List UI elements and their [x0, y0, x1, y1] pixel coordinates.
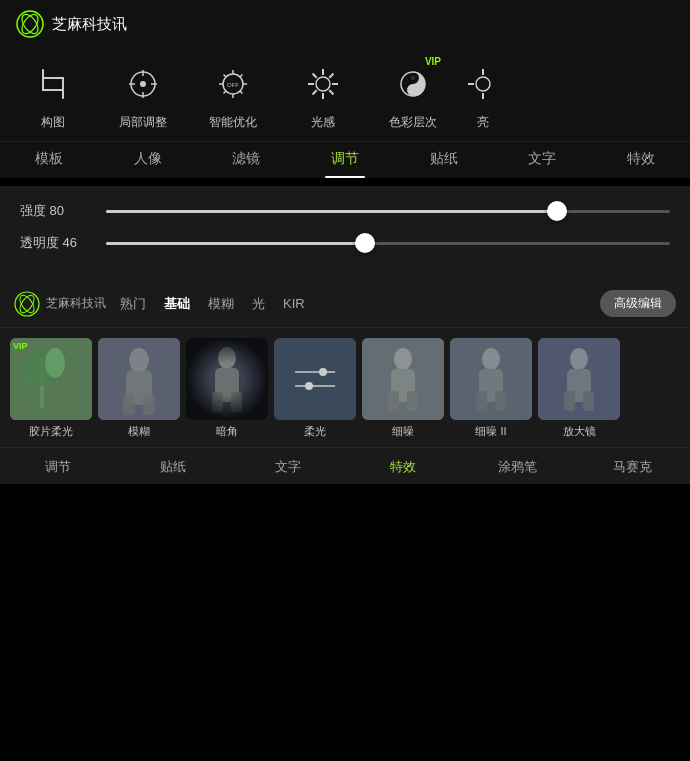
effect-noise2[interactable]: 细噪 II [450, 338, 532, 439]
bottom-nav-sticker[interactable]: 贴纸 [115, 458, 230, 476]
bottom-nav-text[interactable]: 文字 [230, 458, 345, 476]
effect-vignette[interactable]: 暗角 [186, 338, 268, 439]
svg-line-31 [313, 90, 317, 94]
effect-film[interactable]: VIP 胶片柔光 [10, 338, 92, 439]
svg-line-30 [329, 74, 333, 78]
section-divider [0, 178, 690, 186]
filter-tab-blur[interactable]: 模糊 [208, 295, 234, 313]
tools-row: 构图 局部调整 [0, 48, 690, 141]
bottom-panel: 强度 80 透明度 46 芝麻科技讯 熟门 [0, 186, 690, 484]
svg-rect-3 [42, 69, 44, 91]
svg-point-2 [19, 12, 41, 37]
cat-effect[interactable]: 特效 [591, 150, 690, 178]
svg-point-49 [129, 348, 149, 372]
effect-noise[interactable]: 细噪 [362, 338, 444, 439]
svg-point-75 [570, 348, 588, 370]
svg-point-40 [17, 292, 37, 314]
filter-tabs: 熟门 基础 模糊 光 KIR 高级编辑 [120, 290, 676, 317]
cat-text[interactable]: 文字 [493, 150, 592, 178]
bottom-nav-adjust[interactable]: 调节 [0, 458, 115, 476]
category-nav: 模板 人像 滤镜 调节 贴纸 文字 特效 [0, 141, 690, 178]
watermark-tabs-row: 芝麻科技讯 熟门 基础 模糊 光 KIR 高级编辑 [0, 280, 690, 328]
magnify-person [538, 338, 620, 420]
effect-noise-thumb [362, 338, 444, 420]
cat-adjust[interactable]: 调节 [296, 150, 395, 178]
filter-tab-kir[interactable]: KIR [283, 296, 305, 311]
svg-rect-73 [495, 391, 506, 411]
svg-line-29 [329, 90, 333, 94]
tool-light-label: 光感 [311, 114, 335, 131]
bottom-nav-effect[interactable]: 特效 [345, 458, 460, 476]
watermark-logo-icon [14, 291, 40, 317]
opacity-track[interactable] [106, 242, 670, 245]
effect-noise2-label: 细噪 II [475, 424, 506, 439]
cat-filter[interactable]: 滤镜 [197, 150, 296, 178]
opacity-fill [106, 242, 365, 245]
strength-track[interactable] [106, 210, 670, 213]
color-icon: VIP [389, 60, 437, 108]
bottom-nav-mosaic[interactable]: 马赛克 [575, 458, 690, 476]
svg-point-39 [15, 292, 39, 316]
effect-blur-label: 模糊 [128, 424, 150, 439]
filter-tab-hot[interactable]: 熟门 [120, 295, 146, 313]
tool-crop-label: 构图 [41, 114, 65, 131]
effect-vignette-thumb [186, 338, 268, 420]
bright-icon [459, 60, 507, 108]
svg-point-47 [20, 359, 40, 387]
svg-rect-78 [583, 391, 594, 411]
noise-person [362, 338, 444, 420]
svg-point-46 [45, 348, 65, 378]
effect-blur[interactable]: 模糊 [98, 338, 180, 439]
svg-rect-77 [564, 391, 575, 411]
tool-light[interactable]: 光感 [278, 60, 368, 131]
svg-point-70 [482, 348, 500, 370]
vip-badge: VIP [425, 56, 441, 67]
svg-line-20 [240, 75, 243, 78]
svg-rect-51 [123, 393, 135, 415]
filter-tab-basic[interactable]: 基础 [164, 295, 190, 313]
sliders-area: 强度 80 透明度 46 [0, 186, 690, 280]
effect-film-thumb: VIP [10, 338, 92, 420]
top-panel: 芝麻科技讯 构图 [0, 0, 690, 178]
app-title: 芝麻科技讯 [52, 15, 127, 34]
svg-rect-68 [362, 338, 444, 420]
svg-text:OFF: OFF [227, 82, 239, 88]
tool-local[interactable]: 局部调整 [98, 60, 188, 131]
opacity-thumb[interactable] [355, 233, 375, 253]
svg-point-41 [17, 292, 37, 314]
tool-smart[interactable]: OFF 智能优化 [188, 60, 278, 131]
svg-rect-6 [42, 77, 64, 79]
soft-controls-icon [274, 338, 356, 420]
strength-slider-row: 强度 80 [20, 202, 670, 220]
controls-icon [295, 364, 335, 394]
tool-crop[interactable]: 构图 [8, 60, 98, 131]
svg-point-35 [476, 77, 490, 91]
opacity-slider-row: 透明度 46 [20, 234, 670, 252]
tool-bright[interactable]: 亮 [458, 60, 508, 131]
svg-point-33 [411, 76, 415, 80]
blur-person [98, 338, 180, 420]
effect-magnify[interactable]: ↓ 放大镜 [538, 338, 620, 439]
light-sense-icon [299, 60, 347, 108]
cat-portrait[interactable]: 人像 [99, 150, 198, 178]
svg-line-18 [224, 75, 227, 78]
watermark-logo: 芝麻科技讯 [14, 291, 106, 317]
filter-tab-light[interactable]: 光 [252, 295, 265, 313]
effect-blur-thumb [98, 338, 180, 420]
effect-film-label: 胶片柔光 [29, 424, 73, 439]
bottom-nav: 调节 贴纸 文字 特效 涂鸦笔 马赛克 [0, 447, 690, 484]
crop-icon [29, 60, 77, 108]
cat-sticker[interactable]: 贴纸 [394, 150, 493, 178]
noise2-person [450, 338, 532, 420]
tool-color[interactable]: VIP 色彩层次 [368, 60, 458, 131]
tool-local-label: 局部调整 [119, 114, 167, 131]
opacity-label: 透明度 46 [20, 234, 92, 252]
bottom-nav-doodle[interactable]: 涂鸦笔 [460, 458, 575, 476]
cat-template[interactable]: 模板 [0, 150, 99, 178]
effect-soft[interactable]: 柔光 [274, 338, 356, 439]
svg-point-60 [319, 368, 327, 376]
strength-thumb[interactable] [547, 201, 567, 221]
svg-line-21 [224, 91, 227, 94]
svg-point-62 [305, 382, 313, 390]
advanced-edit-button[interactable]: 高级编辑 [600, 290, 676, 317]
